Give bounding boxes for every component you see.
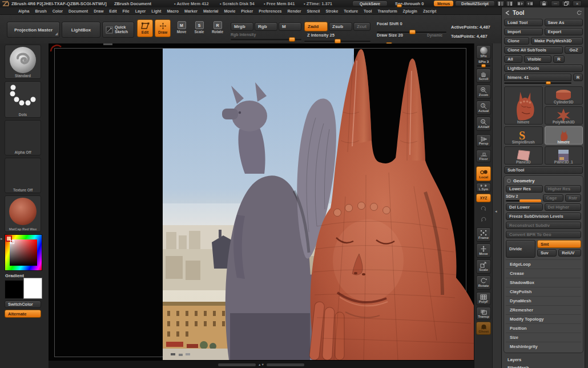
menus-button[interactable]: Menus bbox=[434, 1, 453, 6]
lightbox-tools-button[interactable]: Lightbox>Tools bbox=[504, 65, 583, 72]
menu-item[interactable]: Transform bbox=[376, 9, 398, 14]
lightbox-button[interactable]: LightBox bbox=[62, 22, 100, 38]
tool-thumbnail-plane3d[interactable]: Plane3D bbox=[504, 146, 543, 165]
stroke-thumbnail[interactable]: Dots bbox=[5, 81, 41, 118]
section-layers[interactable]: Layers bbox=[502, 355, 585, 363]
section-position[interactable]: Position bbox=[506, 323, 581, 333]
transp-button[interactable]: Transp bbox=[476, 307, 491, 320]
menu-item[interactable]: Color bbox=[51, 9, 64, 14]
restore-button[interactable] bbox=[562, 1, 571, 6]
go-z-button[interactable]: GoZ bbox=[565, 46, 583, 54]
menu-item[interactable]: Texture bbox=[343, 9, 359, 14]
convert-bpr-button[interactable]: Convert BPR To Geo bbox=[506, 231, 581, 238]
draw-button[interactable]: Draw bbox=[155, 19, 171, 37]
menu-item[interactable]: Marker bbox=[183, 9, 199, 14]
sv-cursor[interactable] bbox=[10, 240, 14, 244]
menu-item[interactable]: Tool bbox=[363, 9, 373, 14]
menu-item[interactable]: Material bbox=[202, 9, 219, 14]
section-fibermesh[interactable]: FiberMesh bbox=[502, 363, 585, 368]
frame-button[interactable]: Frame bbox=[476, 227, 491, 242]
panel-divider[interactable]: ◂ bbox=[492, 43, 502, 368]
secondary-color-swatch[interactable] bbox=[23, 278, 42, 299]
current-tool-thumbnail[interactable]: himere bbox=[504, 86, 543, 125]
mrgb-button[interactable]: Mrgb bbox=[231, 22, 253, 31]
minimize-button[interactable]: — bbox=[551, 1, 560, 6]
current-tool-control[interactable]: himere. 41 bbox=[504, 74, 571, 84]
slider-fill[interactable] bbox=[519, 199, 541, 202]
tool-thumbnail-himere-selected[interactable]: himere bbox=[545, 126, 583, 145]
menu-item[interactable]: Macro bbox=[166, 9, 180, 14]
z-intensity-slider[interactable] bbox=[304, 41, 370, 42]
rstr-button[interactable]: Rstr bbox=[565, 194, 581, 202]
menu-item[interactable]: Document bbox=[67, 9, 89, 14]
back-chevron-icon[interactable] bbox=[505, 10, 510, 15]
menu-item[interactable]: Movie bbox=[223, 9, 236, 14]
see-through-slider[interactable] bbox=[395, 5, 420, 7]
scale-button[interactable]: S Scale bbox=[192, 21, 206, 34]
xyz-button[interactable]: XYZ bbox=[476, 194, 491, 202]
spix-button[interactable]: SPix bbox=[476, 45, 491, 59]
canvas-area[interactable] bbox=[49, 43, 474, 360]
reconstruct-subdiv-button[interactable]: Reconstruct Subdiv bbox=[506, 222, 581, 229]
menu-item[interactable]: Zscript bbox=[422, 9, 437, 14]
tool-slider[interactable] bbox=[504, 82, 571, 84]
switch-color-button[interactable]: SwitchColor bbox=[5, 301, 41, 308]
reluv-button[interactable]: RelUV bbox=[558, 249, 581, 257]
menu-item[interactable]: Edit bbox=[108, 9, 118, 14]
menu-item[interactable]: Stroke bbox=[325, 9, 340, 14]
lock-button[interactable] bbox=[539, 1, 548, 6]
rotate-button[interactable]: R Rotate bbox=[210, 21, 225, 34]
tool-thumbnail-cylinder3d[interactable]: Cylinder3D bbox=[545, 86, 583, 105]
m-button[interactable]: M bbox=[279, 22, 301, 31]
ghost-button[interactable]: Ghost bbox=[476, 322, 491, 335]
move-3d-button[interactable]: Move bbox=[476, 243, 491, 258]
section-meshintegrity[interactable]: MeshIntegrity bbox=[506, 342, 581, 351]
smt-button[interactable]: Smt bbox=[537, 240, 581, 248]
persp-button[interactable]: Persp bbox=[476, 134, 491, 147]
slider-handle[interactable] bbox=[409, 30, 416, 34]
canvas-hscrollbar[interactable]: ▲▼ bbox=[49, 360, 474, 368]
move-button[interactable]: M Move bbox=[175, 21, 188, 34]
menu-item[interactable]: Zplugin bbox=[402, 9, 418, 14]
suv-button[interactable]: Suv bbox=[537, 249, 557, 257]
scale-3d-button[interactable]: Scale bbox=[476, 259, 491, 274]
zoom-button[interactable]: Zoom bbox=[476, 85, 491, 99]
slider-handle[interactable] bbox=[289, 37, 295, 42]
r-button[interactable]: R bbox=[553, 55, 565, 63]
lower-res-button[interactable]: Lower Res bbox=[506, 185, 543, 193]
section-modify-topology[interactable]: Modify Topology bbox=[506, 314, 581, 323]
clone-button[interactable]: Clone bbox=[504, 37, 529, 45]
alpha-thumbnail[interactable]: Alpha Off bbox=[5, 120, 41, 155]
texture-thumbnail[interactable]: Texture Off bbox=[5, 158, 41, 193]
tool-r-button[interactable]: R bbox=[573, 74, 583, 81]
freeze-subdivision-button[interactable]: Freeze SubDivision Levels bbox=[506, 213, 581, 220]
quicksave-button[interactable]: QuickSave bbox=[352, 1, 388, 6]
tray-toggle-left-button[interactable] bbox=[497, 1, 505, 6]
rgb-button[interactable]: Rgb bbox=[255, 22, 277, 31]
geometry-header[interactable]: Geometry bbox=[506, 178, 581, 185]
tool-thumbnail-simplebrush[interactable]: S SimpleBrush bbox=[504, 126, 543, 145]
z-axis-button[interactable] bbox=[474, 214, 493, 225]
main-color-swatch[interactable] bbox=[5, 280, 23, 299]
menu-item[interactable]: Alpha bbox=[17, 9, 30, 14]
edit-button[interactable]: Edit bbox=[137, 19, 153, 37]
higher-res-button[interactable]: Higher Res bbox=[545, 185, 582, 193]
current-tool-name[interactable]: himere. 41 bbox=[504, 74, 571, 81]
local-button[interactable]: Local bbox=[476, 166, 491, 181]
slider-handle[interactable] bbox=[546, 81, 551, 85]
section-zremesher[interactable]: ZRemesher bbox=[506, 305, 581, 314]
actual-button[interactable]: 1 Actual bbox=[476, 101, 491, 115]
default-zscript-button[interactable]: DefaultZScript bbox=[455, 1, 495, 6]
rgb-intensity-slider[interactable] bbox=[231, 39, 301, 41]
panel-scrollbar[interactable] bbox=[585, 7, 588, 368]
menu-item[interactable]: File bbox=[122, 9, 131, 14]
menu-item[interactable]: Preferences bbox=[257, 9, 283, 14]
material-thumbnail[interactable]: MatCap Red Wax bbox=[5, 195, 41, 232]
menu-item[interactable]: Draw bbox=[92, 9, 104, 14]
export-button[interactable]: Export bbox=[545, 28, 583, 35]
menu-item[interactable]: Picker bbox=[240, 9, 254, 14]
rotate-3d-button[interactable]: Rotate bbox=[476, 275, 491, 290]
section-claypolish[interactable]: ClayPolish bbox=[506, 287, 581, 296]
current-brush-thumbnail[interactable]: Standard bbox=[5, 45, 41, 79]
del-higher-button[interactable]: Del Higher bbox=[545, 203, 582, 211]
